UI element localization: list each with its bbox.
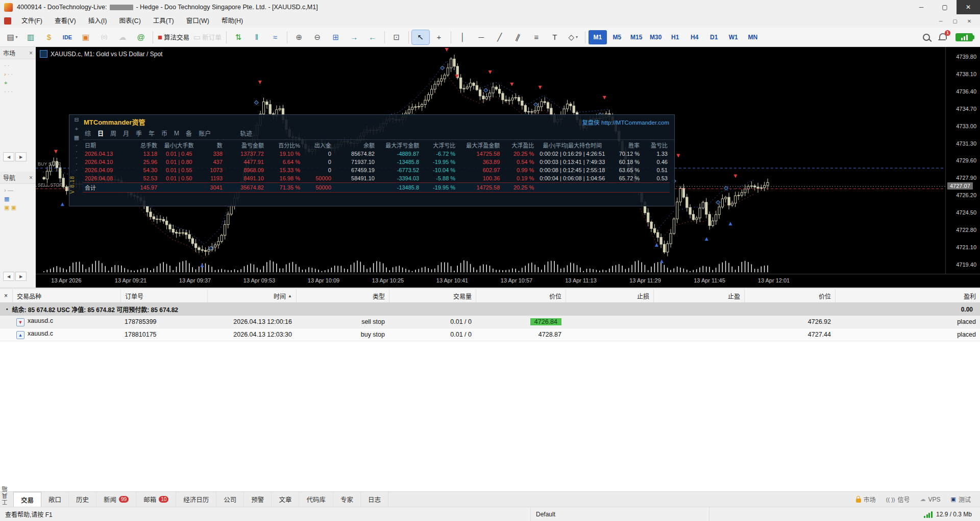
commander-tab-0[interactable]: 综 bbox=[85, 129, 91, 137]
market-status[interactable]: 市场 bbox=[856, 495, 876, 504]
commander-data-row[interactable]: 2026.04.0954.300.01 | 0.5510738968.0915.… bbox=[83, 166, 670, 174]
timeframe-m5-button[interactable]: M5 bbox=[608, 30, 626, 44]
vertical-line-button[interactable]: │ bbox=[454, 30, 472, 44]
fibonacci-button[interactable]: ≡ bbox=[528, 30, 545, 44]
volumes-button[interactable]: ‖ bbox=[248, 30, 265, 44]
menu-item-3[interactable]: 图表(C) bbox=[113, 14, 146, 28]
order-row[interactable]: ▼xauusd.c1787853992026.04.13 12:00:16sel… bbox=[0, 316, 980, 328]
commander-total-row[interactable]: 合计145.97304135674.8271.35 %50000-13485.8… bbox=[83, 183, 670, 193]
commander-data-row[interactable]: 2026.04.0852.530.01 | 0.5011938491.1016.… bbox=[83, 174, 670, 183]
maximize-button[interactable]: ▢ bbox=[933, 0, 957, 14]
status-profile[interactable]: Default bbox=[531, 507, 709, 521]
zoom-in-button[interactable]: ⊕ bbox=[290, 30, 308, 44]
timeframe-d1-button[interactable]: D1 bbox=[705, 30, 723, 44]
chart-close-button[interactable]: ✕ bbox=[963, 16, 976, 26]
horizontal-line-button[interactable]: ─ bbox=[473, 30, 490, 44]
commander-tab-1[interactable]: 日 bbox=[97, 129, 104, 137]
signal-status[interactable]: (( ))信号 bbox=[886, 495, 910, 504]
trade-col-4[interactable]: 交易量 bbox=[389, 289, 476, 302]
mtcommander-gutter[interactable]: ⊟+▦▪▪▪▪▪ bbox=[71, 116, 82, 172]
crosshair-button[interactable]: + bbox=[430, 30, 448, 44]
chart-type-button[interactable]: ▤▾ bbox=[4, 30, 21, 44]
mtcommander-link[interactable]: 复盘侠 http://MTCommander.com bbox=[582, 118, 669, 126]
bottom-tab-4[interactable]: 邮箱10 bbox=[136, 492, 176, 507]
bottom-tab-0[interactable]: 交易 bbox=[13, 492, 41, 507]
add-symbol-icon[interactable]: + bbox=[4, 80, 7, 86]
timeframe-w1-button[interactable]: W1 bbox=[724, 30, 743, 44]
timeframe-h4-button[interactable]: H4 bbox=[685, 30, 704, 44]
ide-button[interactable]: IDE bbox=[59, 30, 76, 44]
new-order-button[interactable]: ▭新订单 bbox=[192, 30, 223, 44]
zoom-out-button[interactable]: ⊖ bbox=[309, 30, 326, 44]
indicators-folder-icon[interactable]: ▣ bbox=[4, 204, 9, 210]
commander-tab-3[interactable]: 月 bbox=[123, 129, 129, 137]
bottom-tab-3[interactable]: 新闻99 bbox=[96, 492, 136, 507]
trade-col-9[interactable]: 盈利 bbox=[835, 289, 980, 302]
bottom-tab-8[interactable]: 文章 bbox=[272, 492, 299, 507]
accounts-icon[interactable]: ▦ bbox=[4, 196, 9, 202]
trade-col-7[interactable]: 止盈 bbox=[653, 289, 744, 302]
menu-item-1[interactable]: 查看(V) bbox=[48, 14, 82, 28]
bottom-tab-2[interactable]: 历史 bbox=[69, 492, 96, 507]
navigator-close-icon[interactable]: × bbox=[29, 174, 33, 181]
commander-tab-7[interactable]: M bbox=[174, 130, 179, 137]
order-row[interactable]: ▲xauusd.c1788101752026.04.13 12:03:30buy… bbox=[0, 328, 980, 341]
commander-tab-4[interactable]: 季 bbox=[136, 129, 142, 137]
market-watch-close-icon[interactable]: × bbox=[29, 50, 33, 57]
cloud-button[interactable]: ☁ bbox=[114, 30, 131, 44]
bottom-tab-1[interactable]: 敞口 bbox=[41, 492, 69, 507]
vps-status[interactable]: ☁VPS bbox=[920, 496, 941, 503]
panel-gutter-icon[interactable]: + bbox=[75, 126, 78, 132]
new-chart-button[interactable]: ▥ bbox=[22, 30, 39, 44]
bottom-tab-5[interactable]: 经济日历 bbox=[176, 492, 216, 507]
commander-tab-2[interactable]: 周 bbox=[110, 129, 116, 137]
minimize-button[interactable]: ─ bbox=[910, 0, 933, 14]
chart-restore-button[interactable]: ▢ bbox=[948, 16, 962, 26]
search-icon[interactable] bbox=[923, 34, 930, 41]
timeframe-mn-button[interactable]: MN bbox=[744, 30, 762, 44]
chart-shift-button[interactable]: ← bbox=[364, 30, 381, 44]
bottom-tab-6[interactable]: 公司 bbox=[216, 492, 244, 507]
trade-col-1[interactable]: 订单号 bbox=[120, 289, 207, 302]
experts-folder-icon[interactable]: ▣ bbox=[11, 204, 16, 210]
commander-data-row[interactable]: 2026.04.1313.180.01 | 0.4533813737.7219.… bbox=[83, 150, 670, 158]
trade-col-5[interactable]: 价位 bbox=[476, 289, 566, 302]
trade-col-8[interactable]: 价位 bbox=[744, 289, 835, 302]
notifications-bell-icon[interactable]: 1 bbox=[938, 33, 947, 42]
close-button[interactable]: ✕ bbox=[957, 0, 980, 14]
bottom-tab-9[interactable]: 代码库 bbox=[299, 492, 333, 507]
mtcommander-panel[interactable]: ⊟+▦▪▪▪▪▪ MTCommander资管 复盘侠 http://MTComm… bbox=[69, 114, 675, 206]
test-status[interactable]: ▣测试 bbox=[951, 495, 971, 504]
chart-minimize-button[interactable]: ─ bbox=[934, 16, 947, 26]
shapes-button[interactable]: ◇▾ bbox=[565, 30, 582, 44]
trade-col-3[interactable]: 类型 bbox=[296, 289, 389, 302]
market-watch-button[interactable]: $ bbox=[40, 30, 58, 44]
commander-data-row[interactable]: 2026.04.1025.960.01 | 0.804374477.916.64… bbox=[83, 158, 670, 166]
signals-button[interactable]: (o) bbox=[95, 30, 113, 44]
commander-tab-extra[interactable]: 轨迹 bbox=[240, 129, 252, 137]
price-scale[interactable]: 4739.804738.104736.404734.704733.004731.… bbox=[945, 47, 980, 274]
text-button[interactable]: T bbox=[546, 30, 564, 44]
commander-tab-8[interactable]: 备 bbox=[186, 129, 192, 137]
channel-button[interactable]: ∥ bbox=[509, 30, 527, 44]
chart-window-icon[interactable] bbox=[4, 17, 11, 25]
bottom-tab-10[interactable]: 专家 bbox=[333, 492, 361, 507]
commander-tab-5[interactable]: 年 bbox=[149, 129, 155, 137]
panel-gutter-icon[interactable]: ⊟ bbox=[74, 116, 79, 123]
chart-tab-scroll-left-button[interactable]: ◀ bbox=[3, 272, 14, 281]
toolbox-vertical-label[interactable]: 工具箱 bbox=[1, 485, 9, 505]
cursor-button[interactable]: ↖ bbox=[412, 30, 429, 44]
panel-gutter-icon[interactable]: ▦ bbox=[74, 134, 79, 141]
timeframe-h1-button[interactable]: H1 bbox=[666, 30, 684, 44]
tick-chart-button[interactable]: ≈ bbox=[266, 30, 284, 44]
trade-col-2[interactable]: 时间▲ bbox=[207, 289, 296, 302]
commander-tab-6[interactable]: 币 bbox=[161, 129, 167, 137]
timeframe-m15-button[interactable]: M15 bbox=[627, 30, 646, 44]
commander-tab-9[interactable]: 账户 bbox=[199, 129, 211, 137]
trade-levels-button[interactable]: ⇅ bbox=[230, 30, 247, 44]
chart-tab-scroll-right-button[interactable]: ▶ bbox=[15, 272, 27, 281]
menu-item-6[interactable]: 帮助(H) bbox=[215, 14, 249, 28]
bottom-tab-7[interactable]: 预警 bbox=[244, 492, 272, 507]
community-button[interactable]: @ bbox=[132, 30, 150, 44]
trade-col-6[interactable]: 止损 bbox=[566, 289, 653, 302]
